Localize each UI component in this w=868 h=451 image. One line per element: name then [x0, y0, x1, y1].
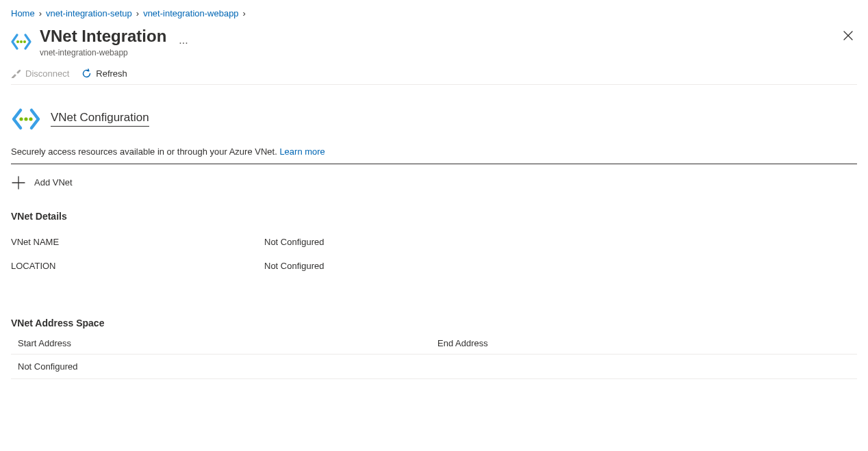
chevron-right-icon: ›: [39, 8, 42, 18]
chevron-right-icon: ›: [243, 8, 246, 18]
title-block: VNet Integration vnet-integration-webapp: [40, 27, 166, 57]
section-head: VNet Configuration: [11, 107, 857, 131]
page-subtitle: vnet-integration-webapp: [40, 48, 166, 57]
address-space-heading: VNet Address Space: [11, 312, 857, 334]
refresh-icon: [81, 68, 92, 79]
svg-point-4: [24, 117, 27, 120]
svg-point-0: [16, 40, 19, 43]
header-left: VNet Integration vnet-integration-webapp…: [11, 27, 188, 57]
vnet-icon: [11, 107, 41, 131]
location-label: LOCATION: [11, 261, 264, 271]
svg-point-2: [23, 40, 26, 43]
more-icon[interactable]: ···: [175, 34, 188, 49]
table-header: Start Address End Address: [11, 334, 857, 355]
location-value: Not Configured: [264, 261, 324, 271]
plus-icon: [11, 175, 26, 190]
toolbar: Disconnect Refresh: [11, 64, 857, 85]
svg-point-3: [19, 117, 23, 120]
breadcrumb-setup[interactable]: vnet-integration-setup: [46, 8, 132, 18]
breadcrumb: Home › vnet-integration-setup › vnet-int…: [11, 0, 857, 24]
page-header: VNet Integration vnet-integration-webapp…: [11, 24, 857, 64]
vnet-name-value: Not Configured: [264, 237, 324, 247]
cell-end: [437, 361, 857, 372]
close-button[interactable]: [839, 27, 857, 44]
learn-more-link[interactable]: Learn more: [279, 146, 324, 157]
col-end-address: End Address: [437, 338, 857, 348]
refresh-button[interactable]: Refresh: [81, 68, 127, 79]
add-vnet-button[interactable]: Add VNet: [11, 164, 73, 201]
vnet-name-label: VNet NAME: [11, 237, 264, 247]
section-title: VNet Configuration: [51, 111, 149, 127]
vnet-icon: [11, 33, 31, 51]
section-description: Securely access resources available in o…: [11, 137, 857, 164]
disconnect-button: Disconnect: [11, 68, 69, 79]
section-description-text: Securely access resources available in o…: [11, 146, 279, 157]
location-row: LOCATION Not Configured: [11, 254, 857, 278]
svg-point-1: [20, 40, 23, 43]
col-start-address: Start Address: [18, 338, 437, 348]
svg-point-5: [29, 117, 32, 120]
table-row: Not Configured: [11, 355, 857, 379]
breadcrumb-home[interactable]: Home: [11, 8, 35, 18]
chevron-right-icon: ›: [136, 8, 139, 18]
vnet-name-row: VNet NAME Not Configured: [11, 230, 857, 254]
breadcrumb-webapp[interactable]: vnet-integration-webapp: [143, 8, 238, 18]
cell-start: Not Configured: [18, 361, 437, 372]
vnet-details-heading: VNet Details: [11, 201, 857, 230]
add-vnet-label: Add VNet: [34, 177, 73, 188]
vnet-config-section: VNet Configuration Securely access resou…: [11, 85, 857, 379]
disconnect-icon: [11, 68, 21, 79]
page-title: VNet Integration: [40, 27, 166, 47]
disconnect-label: Disconnect: [25, 68, 69, 79]
address-table: Start Address End Address Not Configured: [11, 334, 857, 379]
refresh-label: Refresh: [96, 68, 127, 79]
